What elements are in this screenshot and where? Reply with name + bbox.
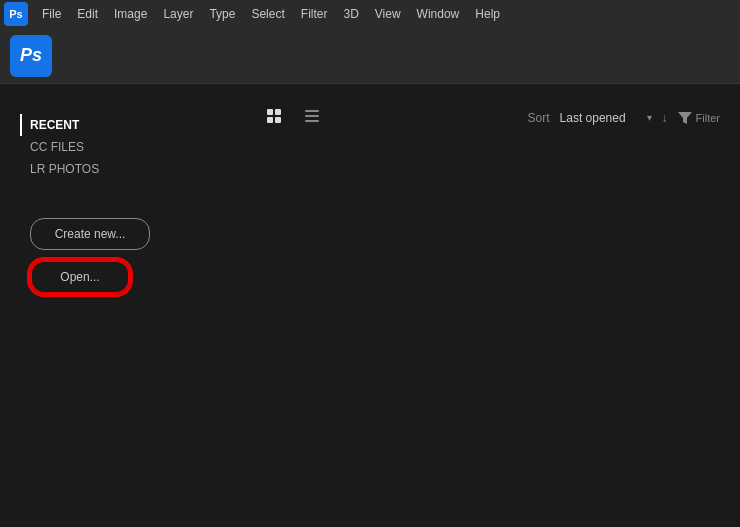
ps-logo-small: Ps [4,2,28,26]
svg-rect-3 [275,117,281,123]
menu-select[interactable]: Select [243,0,292,28]
main-content: RECENT CC FILES LR PHOTOS Create new... … [0,84,740,527]
svg-marker-7 [678,112,692,124]
menu-3d[interactable]: 3D [335,0,366,28]
filter-icon [678,111,692,125]
filter-label: Filter [696,112,720,124]
svg-rect-0 [267,109,273,115]
list-view-button[interactable] [298,104,326,131]
menu-layer[interactable]: Layer [155,0,201,28]
file-area: Sort Last opened ▾ ↓ Filter [180,84,740,527]
sidebar: RECENT CC FILES LR PHOTOS Create new... … [0,84,180,527]
sidebar-item-lr-photos[interactable]: LR PHOTOS [30,158,160,180]
menu-filter[interactable]: Filter [293,0,336,28]
grid-icon [266,108,282,124]
menu-edit[interactable]: Edit [69,0,106,28]
menu-help[interactable]: Help [467,0,508,28]
grid-view-button[interactable] [260,104,288,131]
sidebar-item-cc-files[interactable]: CC FILES [30,136,160,158]
svg-rect-6 [305,120,319,122]
sort-direction-icon[interactable]: ↓ [662,111,668,125]
ps-logo-large: Ps [10,35,52,77]
view-toolbar: Sort Last opened ▾ ↓ Filter [200,104,720,131]
sort-label: Sort [528,111,550,125]
create-new-button[interactable]: Create new... [30,218,150,250]
sidebar-buttons: Create new... Open... [30,218,160,294]
menu-view[interactable]: View [367,0,409,28]
sidebar-item-recent[interactable]: RECENT [20,114,160,136]
menu-window[interactable]: Window [409,0,468,28]
sort-select[interactable]: Last opened [560,111,643,125]
sort-container: Last opened ▾ [560,111,652,125]
list-icon [304,108,320,124]
title-bar: Ps [0,28,740,84]
svg-rect-1 [275,109,281,115]
menu-type[interactable]: Type [201,0,243,28]
sort-chevron-icon: ▾ [647,112,652,123]
open-button[interactable]: Open... [30,260,130,294]
menu-bar: Ps File Edit Image Layer Type Select Fil… [0,0,740,28]
filter-button[interactable]: Filter [678,111,720,125]
svg-rect-5 [305,115,319,117]
svg-rect-4 [305,110,319,112]
menu-file[interactable]: File [34,0,69,28]
svg-rect-2 [267,117,273,123]
sidebar-section-recent: RECENT CC FILES LR PHOTOS [30,114,160,180]
menu-image[interactable]: Image [106,0,155,28]
